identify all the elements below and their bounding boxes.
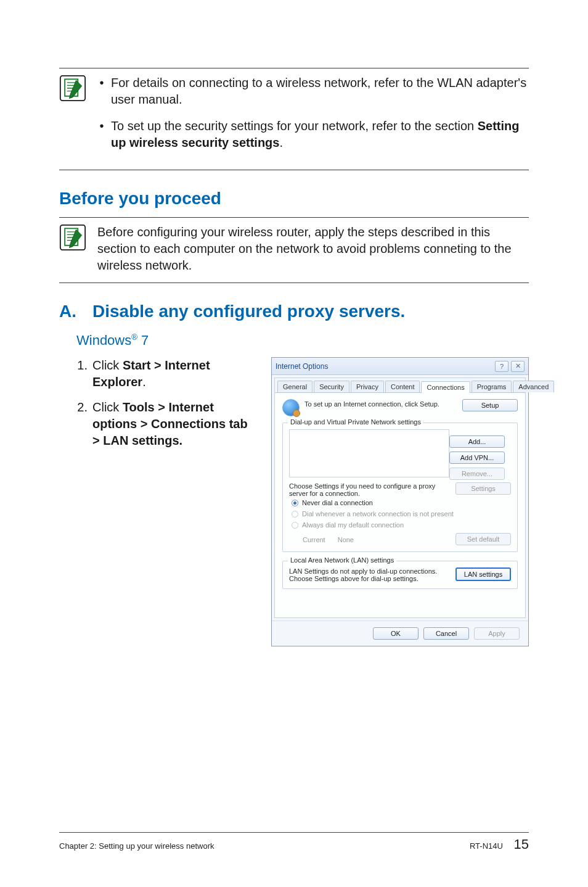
footer-model: RT-N14U <box>470 841 503 851</box>
lan-settings-button[interactable]: LAN settings <box>455 567 511 581</box>
setup-row: To set up an Internet connection, click … <box>282 399 518 416</box>
connections-listbox[interactable] <box>289 429 449 477</box>
add-vpn-button[interactable]: Add VPN... <box>449 452 505 464</box>
tab-content[interactable]: Content <box>385 381 420 392</box>
text: 7 <box>137 332 149 348</box>
tab-advanced[interactable]: Advanced <box>513 381 554 392</box>
text: Windows <box>76 332 131 348</box>
dialog-body: General Security Privacy Content Connect… <box>274 377 526 618</box>
bullet-item: • For details on connecting to a wireles… <box>97 75 529 108</box>
footer-rule <box>59 832 529 833</box>
radio-label: Always dial my default connection <box>302 521 404 529</box>
note-text: For details on connecting to a wireless … <box>111 75 529 108</box>
text: . <box>142 375 146 389</box>
step-number: 1. <box>76 357 88 390</box>
set-default-button[interactable]: Set default <box>455 533 511 545</box>
heading-letter: A. <box>59 302 76 321</box>
globe-icon <box>282 399 300 416</box>
radio-label: Dial whenever a network connection is no… <box>302 510 454 518</box>
lan-description: LAN Settings do not apply to dial-up con… <box>289 567 451 582</box>
page-footer: Chapter 2: Setting up your wireless netw… <box>59 832 529 852</box>
tab-security[interactable]: Security <box>314 381 349 392</box>
help-button[interactable]: ? <box>495 361 508 372</box>
radio-icon <box>292 500 298 506</box>
text: Click <box>92 358 123 372</box>
note-text: To set up the security settings for your… <box>111 118 529 151</box>
add-button[interactable]: Add... <box>449 435 505 448</box>
text: To set up the security settings for your… <box>111 119 478 133</box>
tab-connections[interactable]: Connections <box>421 381 470 393</box>
heading-windows-7: Windows® 7 <box>76 332 529 349</box>
heading-section-a: A. Disable any configured proxy servers. <box>59 302 529 321</box>
radio-label: Never dial a connection <box>302 499 373 506</box>
internet-options-dialog: Internet Options ? ✕ General Security Pr… <box>271 357 529 646</box>
radio-never-dial[interactable]: Never dial a connection <box>289 497 511 508</box>
note-body: • For details on connecting to a wireles… <box>97 75 529 161</box>
close-button[interactable]: ✕ <box>511 361 525 372</box>
footer-row: Chapter 2: Setting up your wireless netw… <box>59 836 529 852</box>
note-icon <box>59 75 86 102</box>
step-item: 1. Click Start > Internet Explorer. <box>76 357 255 390</box>
lan-groupbox: Local Area Network (LAN) settings LAN Se… <box>282 561 518 589</box>
note-block: • For details on connecting to a wireles… <box>59 68 529 170</box>
dialog-footer: OK Cancel Apply <box>272 621 528 646</box>
step-number: 2. <box>76 399 88 449</box>
settings-button[interactable]: Settings <box>455 482 511 495</box>
lan-legend: Local Area Network (LAN) settings <box>288 556 396 564</box>
dialup-groupbox: Dial-up and Virtual Private Network sett… <box>282 423 518 552</box>
step-item: 2. Click Tools > Internet options > Conn… <box>76 399 255 449</box>
step-body: Click Start > Internet Explorer. <box>92 357 255 390</box>
text: . <box>279 136 283 149</box>
note-icon <box>59 224 86 251</box>
footer-right: RT-N14U 15 <box>470 836 529 852</box>
remove-button[interactable]: Remove... <box>449 468 505 480</box>
heading-before-you-proceed: Before you proceed <box>59 189 529 208</box>
divider <box>59 170 529 170</box>
radio-dial-whenever[interactable]: Dial whenever a network connection is no… <box>289 508 511 519</box>
heading-title: Disable any configured proxy servers. <box>92 302 405 321</box>
dialog-title: Internet Options <box>276 362 492 371</box>
current-value: None <box>338 536 354 543</box>
tab-privacy[interactable]: Privacy <box>351 381 384 392</box>
proxy-description: Choose Settings if you need to configure… <box>289 482 451 497</box>
bullet-dot: • <box>97 118 106 151</box>
proxy-settings-row: Choose Settings if you need to configure… <box>289 482 511 497</box>
current-label: Current <box>303 536 325 543</box>
tab-general[interactable]: General <box>277 381 312 392</box>
radio-icon <box>292 522 298 529</box>
ok-button[interactable]: OK <box>373 627 419 640</box>
tabstrip: General Security Privacy Content Connect… <box>275 378 525 393</box>
apply-button[interactable]: Apply <box>474 627 520 640</box>
registered-mark: ® <box>131 332 137 342</box>
two-column-layout: 1. Click Start > Internet Explorer. 2. C… <box>76 357 529 646</box>
side-buttons: Add... Add VPN... Remove... <box>449 435 505 480</box>
page: • For details on connecting to a wireles… <box>0 0 588 887</box>
radio-always-dial[interactable]: Always dial my default connection <box>289 519 511 530</box>
dialog-titlebar: Internet Options ? ✕ <box>272 358 528 375</box>
text: Click <box>92 400 123 414</box>
tab-content-connections: To set up an Internet connection, click … <box>275 393 525 617</box>
dialup-legend: Dial-up and Virtual Private Network sett… <box>288 418 423 426</box>
step-body: Click Tools > Internet options > Connect… <box>92 399 255 449</box>
current-connection-row: Current None <box>289 535 451 543</box>
radio-icon <box>292 511 298 518</box>
divider <box>59 283 529 283</box>
footer-chapter: Chapter 2: Setting up your wireless netw… <box>59 841 214 851</box>
bullet-item: • To set up the security settings for yo… <box>97 118 529 151</box>
dialog-screenshot: Internet Options ? ✕ General Security Pr… <box>271 357 529 646</box>
note-block: Before configuring your wireless router,… <box>59 218 529 283</box>
bullet-dot: • <box>97 75 106 108</box>
tab-programs[interactable]: Programs <box>472 381 512 392</box>
steps-column: 1. Click Start > Internet Explorer. 2. C… <box>76 357 255 646</box>
setup-description: To set up an Internet connection, click … <box>304 399 457 408</box>
lan-row: LAN Settings do not apply to dial-up con… <box>289 567 511 582</box>
footer-page-number: 15 <box>514 836 529 852</box>
setup-button[interactable]: Setup <box>462 399 518 411</box>
note-text: Before configuring your wireless router,… <box>97 224 529 274</box>
cancel-button[interactable]: Cancel <box>423 627 469 640</box>
